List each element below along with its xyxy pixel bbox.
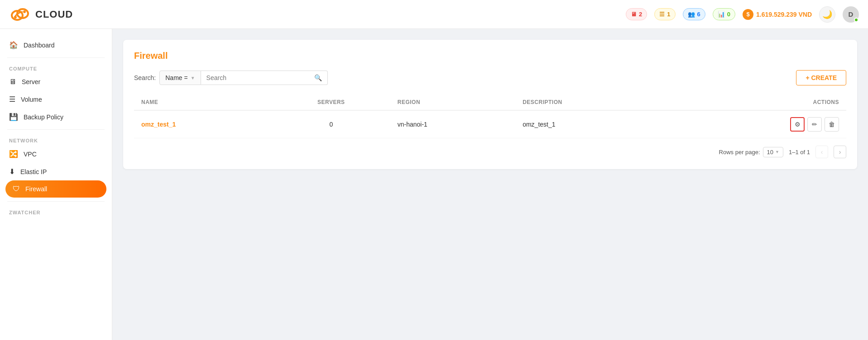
next-page-button[interactable]: › [834,146,846,158]
bar-icon: 📊 [718,11,725,18]
list-badge[interactable]: ☰ 1 [654,8,675,20]
firewall-icon: 🛡 [13,185,20,193]
logo-text: CLOUD [35,9,73,20]
sidebar-firewall-label: Firewall [25,185,47,193]
elastic-ip-icon: ⬇ [9,167,15,176]
row-description: omz_test_1 [515,110,668,138]
logo-area: CLOUD [9,4,73,25]
server-icon: 🖥 [9,78,16,86]
monitor-icon: 🖥 [631,11,637,18]
zwatcher-section-label: ZWATCHER [0,205,112,217]
logo-icon [9,4,31,25]
settings-button[interactable]: ⚙ [790,117,805,132]
sidebar-backup-label: Backup Policy [24,113,63,121]
main-content: Firewall Search: Name = ▼ 🔍 + CREATE [112,29,868,340]
toolbar: Search: Name = ▼ 🔍 + CREATE [134,70,846,85]
monitor-count: 2 [639,11,642,18]
avatar-initial: D [849,10,854,18]
delete-button[interactable]: 🗑 [825,117,839,132]
divider-network [7,129,105,130]
sidebar-item-backup[interactable]: 💾 Backup Policy [0,108,112,126]
page-info: 1–1 of 1 [789,149,810,156]
sidebar-item-elastic-ip[interactable]: ⬇ Elastic IP [0,163,112,180]
search-label: Search: [134,74,156,81]
rows-per-page-value: 10 [767,149,773,156]
create-label: + CREATE [806,74,837,81]
pagination: Rows per page: 10 ▼ 1–1 of 1 ‹ › [134,146,846,158]
sidebar-item-vpc[interactable]: 🔀 VPC [0,145,112,163]
backup-icon: 💾 [9,113,18,121]
support-icon: 👥 [688,11,695,18]
search-filter-select[interactable]: Name = ▼ [159,71,201,85]
col-region: REGION [390,94,515,110]
page-title: Firewall [134,51,846,61]
search-input-wrap: 🔍 [201,71,328,85]
dark-mode-button[interactable]: 🌙 [819,6,835,23]
avatar-button[interactable]: D [843,6,859,23]
svg-point-3 [23,10,26,13]
sidebar-server-label: Server [22,78,40,85]
divider-compute [7,57,105,58]
coin-icon: $ [743,9,753,20]
sidebar-item-firewall[interactable]: 🛡 Firewall [5,180,106,198]
search-filter-value: Name = [165,74,187,81]
home-icon: 🏠 [9,41,18,49]
rows-per-page: Rows per page: 10 ▼ [719,147,783,157]
network-section-label: NETWORK [0,133,112,145]
prev-page-button[interactable]: ‹ [815,146,828,158]
row-region: vn-hanoi-1 [390,110,515,138]
sidebar-volume-label: Volume [21,96,42,103]
list-icon: ☰ [659,11,665,18]
col-description: DESCRIPTION [515,94,668,110]
bar-count: 0 [727,11,730,18]
balance-area[interactable]: $ 1.619.529.239 VND [743,9,812,20]
volume-icon: ☰ [9,95,15,104]
bar-badge[interactable]: 📊 0 [713,8,735,20]
compute-section-label: COMPUTE [0,61,112,73]
table-row: omz_test_1 0 vn-hanoi-1 omz_test_1 ⚙ ✏ 🗑 [134,110,846,138]
sidebar: 🏠 Dashboard COMPUTE 🖥 Server ☰ Volume 💾 … [0,29,112,340]
sidebar-dashboard-label: Dashboard [24,42,55,49]
create-button[interactable]: + CREATE [796,70,846,85]
row-name[interactable]: omz_test_1 [134,110,272,138]
firewall-table: NAME SERVERS REGION DESCRIPTION ACTIONS … [134,94,846,138]
header: CLOUD 🖥 2 ☰ 1 👥 6 📊 0 $ 1.619.529.239 VN… [0,0,868,29]
firewall-card: Firewall Search: Name = ▼ 🔍 + CREATE [123,40,857,169]
vpc-icon: 🔀 [9,150,18,158]
col-actions: ACTIONS [668,94,846,110]
edit-button[interactable]: ✏ [807,117,822,132]
sidebar-item-volume[interactable]: ☰ Volume [0,90,112,108]
layout: 🏠 Dashboard COMPUTE 🖥 Server ☰ Volume 💾 … [0,29,868,340]
sidebar-vpc-label: VPC [24,151,37,158]
online-dot [854,18,858,22]
search-input[interactable] [206,74,314,81]
sidebar-elastic-ip-label: Elastic IP [20,168,47,175]
sidebar-item-server[interactable]: 🖥 Server [0,73,112,90]
row-actions: ⚙ ✏ 🗑 [668,110,846,138]
chevron-down-icon: ▼ [191,76,195,80]
monitor-badge[interactable]: 🖥 2 [626,8,647,20]
divider-zwatcher [7,201,105,202]
search-icon: 🔍 [314,74,322,81]
col-name: NAME [134,94,272,110]
support-count: 6 [697,11,700,18]
rows-per-page-select[interactable]: 10 ▼ [763,147,783,157]
col-servers: SERVERS [272,94,390,110]
header-controls: 🖥 2 ☰ 1 👥 6 📊 0 $ 1.619.529.239 VND 🌙 D [626,6,859,23]
balance-value: 1.619.529.239 VND [756,11,812,18]
rows-chevron-icon: ▼ [775,150,779,154]
support-badge[interactable]: 👥 6 [683,8,705,20]
search-area: Search: Name = ▼ 🔍 [134,71,328,85]
svg-point-2 [14,16,17,19]
action-buttons: ⚙ ✏ 🗑 [675,117,839,132]
sidebar-item-dashboard[interactable]: 🏠 Dashboard [0,36,112,54]
rows-per-page-label: Rows per page: [719,149,760,156]
list-count: 1 [667,11,670,18]
row-servers: 0 [272,110,390,138]
